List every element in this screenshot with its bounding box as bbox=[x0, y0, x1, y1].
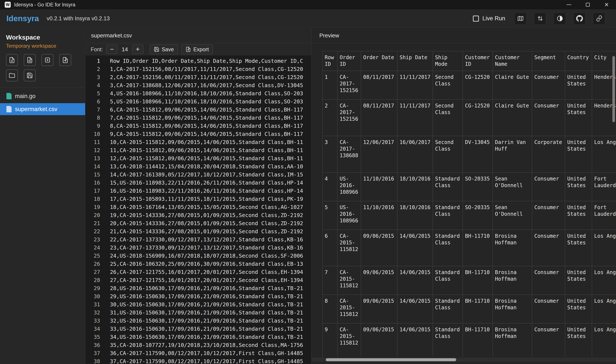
editor-toolbar: Font: − 14 + Save Export bbox=[85, 43, 311, 55]
line-number: 29 bbox=[85, 284, 100, 292]
workspace-sidebar: Workspace Temporary workspace main bbox=[0, 28, 85, 364]
swap-button[interactable] bbox=[534, 13, 546, 25]
maximize-button[interactable] bbox=[578, 0, 597, 9]
file-item-main.go[interactable]: main.go bbox=[0, 90, 85, 102]
github-button[interactable] bbox=[573, 13, 586, 25]
preview-row: 9CA-2015-11581209/06/201514/06/2015Stand… bbox=[323, 324, 616, 357]
preview-cell: CG-12520 bbox=[463, 71, 493, 100]
window-title: Idensyra - Go IDE for Insyra bbox=[14, 2, 75, 8]
font-increase-button[interactable]: + bbox=[132, 45, 143, 54]
open-folder-button[interactable] bbox=[6, 69, 18, 81]
editor-line[interactable]: 87,CA-2015-115812,09/06/2015,14/06/2015,… bbox=[85, 114, 311, 122]
line-number: 32 bbox=[85, 309, 100, 317]
line-number: 24 bbox=[85, 244, 100, 252]
editor-line[interactable]: 1110,CA-2015-115812,09/06/2015,14/06/201… bbox=[85, 138, 311, 146]
editor-line[interactable]: 65,US-2016-108966,11/10/2016,18/10/2016,… bbox=[85, 98, 311, 106]
editor-line[interactable]: 3231,US-2016-150630,17/09/2016,21/09/201… bbox=[85, 309, 311, 317]
editor-line[interactable]: 3534,US-2016-150630,17/09/2016,21/09/201… bbox=[85, 333, 311, 341]
import-file-button[interactable] bbox=[59, 54, 71, 66]
horizontal-scrollbar-thumb[interactable] bbox=[326, 358, 456, 361]
editor-line[interactable]: 2221,CA-2015-143336,27/08/2015,01/09/201… bbox=[85, 228, 311, 236]
editor-line[interactable]: 32,CA-2017-152156,08/11/2017,11/11/2017,… bbox=[85, 73, 311, 81]
preview-cell: CA-2017-152156 bbox=[338, 71, 361, 100]
preview-cell: Consumer bbox=[532, 201, 565, 230]
vertical-scrollbar-thumb[interactable] bbox=[612, 56, 615, 122]
preview-row: 6CA-2015-11581209/06/201514/06/2015Stand… bbox=[323, 230, 616, 266]
preview-cell: Standard Class bbox=[433, 173, 463, 201]
live-run-checkbox[interactable] bbox=[473, 16, 479, 22]
editor-line[interactable]: 2625,CA-2016-106320,25/09/2016,30/09/201… bbox=[85, 260, 311, 268]
editor-line[interactable]: 1211,CA-2015-115812,09/06/2015,14/06/201… bbox=[85, 146, 311, 155]
new-text-file-button[interactable] bbox=[24, 54, 36, 66]
new-file-button[interactable] bbox=[6, 54, 18, 66]
editor-line[interactable]: 2423,CA-2017-137330,09/12/2017,13/12/201… bbox=[85, 244, 311, 252]
font-decrease-button[interactable]: − bbox=[106, 45, 117, 54]
theme-toggle-button[interactable] bbox=[554, 13, 566, 25]
close-button[interactable]: ✕ bbox=[597, 0, 616, 9]
editor-line[interactable]: 2120,CA-2015-143336,27/08/2015,01/09/201… bbox=[85, 219, 311, 228]
editor-line[interactable]: 1413,CA-2018-114412,15/04/2018,20/04/201… bbox=[85, 163, 311, 171]
editor-line[interactable]: 1716,US-2016-118983,22/11/2016,26/11/201… bbox=[85, 187, 311, 195]
editor-line[interactable]: 2928,US-2016-150630,17/09/2016,21/09/201… bbox=[85, 284, 311, 292]
editor-line[interactable]: 1918,CA-2015-167164,13/05/2015,15/05/201… bbox=[85, 203, 311, 211]
editor-line[interactable]: 3736,CA-2017-117590,08/12/2017,10/12/201… bbox=[85, 349, 311, 357]
preview-cell: United States bbox=[565, 230, 592, 266]
editor-line[interactable]: 3130,US-2016-150630,17/09/2016,21/09/201… bbox=[85, 300, 311, 309]
editor-line[interactable]: 1615,US-2016-118983,22/11/2016,26/11/201… bbox=[85, 179, 311, 187]
editor-line[interactable]: 76,CA-2015-115812,09/06/2015,14/06/2015,… bbox=[85, 106, 311, 114]
editor-line[interactable]: 109,CA-2015-115812,09/06/2015,14/06/2015… bbox=[85, 130, 311, 138]
preview-cell: Los Angeles bbox=[592, 136, 616, 173]
editor-line[interactable]: 98,CA-2015-115812,09/06/2015,14/06/2015,… bbox=[85, 122, 311, 130]
open-folder-icon bbox=[9, 72, 15, 78]
editor-line[interactable]: 3837,CA-2017-117590,08/12/2017,10/12/201… bbox=[85, 357, 311, 364]
editor-line[interactable]: 1817,CA-2015-105893,11/11/2015,18/11/201… bbox=[85, 195, 311, 203]
map-button[interactable] bbox=[514, 13, 527, 25]
preview-cell: Los Angeles bbox=[592, 324, 616, 357]
editor-line[interactable]: 1312,CA-2015-115812,09/06/2015,14/06/201… bbox=[85, 155, 311, 163]
minimize-icon bbox=[567, 4, 571, 5]
editor-line[interactable]: 21,CA-2017-152156,08/11/2017,11/11/2017,… bbox=[85, 65, 311, 73]
line-text: 29,US-2016-150630,17/09/2016,21/09/2016,… bbox=[110, 292, 303, 300]
preview-cell: 11/11/2017 bbox=[397, 71, 433, 100]
preview-cell: 12/06/2017 bbox=[361, 136, 397, 173]
line-text: 14,CA-2017-161389,05/12/2017,10/12/2017,… bbox=[110, 171, 303, 179]
editor-line[interactable]: 1Row ID,Order ID,Order Date,Ship Date,Sh… bbox=[85, 57, 311, 65]
export-button[interactable]: Export bbox=[181, 44, 213, 54]
editor-line[interactable]: 2524,US-2018-156909,16/07/2018,18/07/201… bbox=[85, 252, 311, 260]
workspace-toolbar-row2 bbox=[6, 69, 85, 81]
editor-line[interactable]: 3635,CA-2018-107727,19/10/2018,23/10/201… bbox=[85, 341, 311, 349]
save-workspace-button[interactable] bbox=[24, 69, 36, 81]
editor-line[interactable]: 3332,US-2016-150630,17/09/2016,21/09/201… bbox=[85, 317, 311, 325]
editor-line[interactable]: 2322,CA-2017-137330,09/12/2017,13/12/201… bbox=[85, 236, 311, 244]
line-number: 38 bbox=[85, 357, 100, 364]
preview-column-header: Order ID bbox=[338, 51, 361, 71]
minimize-button[interactable] bbox=[560, 0, 578, 9]
editor-line[interactable]: 2726,CA-2017-121755,16/01/2017,20/01/201… bbox=[85, 268, 311, 276]
code-editor[interactable]: 1Row ID,Order ID,Order Date,Ship Date,Sh… bbox=[85, 56, 311, 364]
editor-line[interactable]: 54,US-2016-108966,11/10/2016,18/10/2016,… bbox=[85, 90, 311, 98]
editor-line[interactable]: 2827,CA-2017-121755,16/01/2017,20/01/201… bbox=[85, 276, 311, 284]
preview-cell: Brosina Hoffman bbox=[493, 324, 532, 357]
editor-line[interactable]: 2019,CA-2015-143336,27/08/2015,01/09/201… bbox=[85, 211, 311, 219]
editor-line[interactable]: 43,CA-2017-138688,12/06/2017,16/06/2017,… bbox=[85, 81, 311, 90]
line-text: 33,US-2016-150630,17/09/2016,21/09/2016,… bbox=[110, 325, 303, 333]
save-button[interactable]: Save bbox=[150, 44, 178, 54]
editor-line[interactable]: 1514,CA-2017-161389,05/12/2017,10/12/201… bbox=[85, 171, 311, 179]
app-logo-icon: W bbox=[5, 2, 11, 8]
preview-cell: CA-2017-152156 bbox=[338, 100, 361, 136]
preview-cell: 6 bbox=[323, 230, 338, 266]
preview-cell: 4 bbox=[323, 173, 338, 201]
preview-cell: 09/06/2015 bbox=[361, 230, 397, 266]
link-button[interactable] bbox=[593, 13, 605, 25]
file-item-supermarket.csv[interactable]: supermarket.csv bbox=[0, 103, 85, 115]
new-box-button[interactable] bbox=[41, 54, 54, 66]
editor-line[interactable]: 3433,US-2016-150630,17/09/2016,21/09/201… bbox=[85, 325, 311, 333]
preview-cell: Second Class bbox=[433, 100, 463, 136]
line-number: 26 bbox=[85, 260, 100, 268]
preview-cell: BH-11710 bbox=[463, 266, 493, 295]
horizontal-scrollbar[interactable] bbox=[312, 358, 616, 362]
preview-cell: United States bbox=[565, 324, 592, 357]
preview-row: 5US-2016-10896611/10/201618/10/2016Stand… bbox=[323, 201, 616, 230]
editor-line[interactable]: 3029,US-2016-150630,17/09/2016,21/09/201… bbox=[85, 292, 311, 300]
font-label: Font: bbox=[91, 46, 103, 52]
